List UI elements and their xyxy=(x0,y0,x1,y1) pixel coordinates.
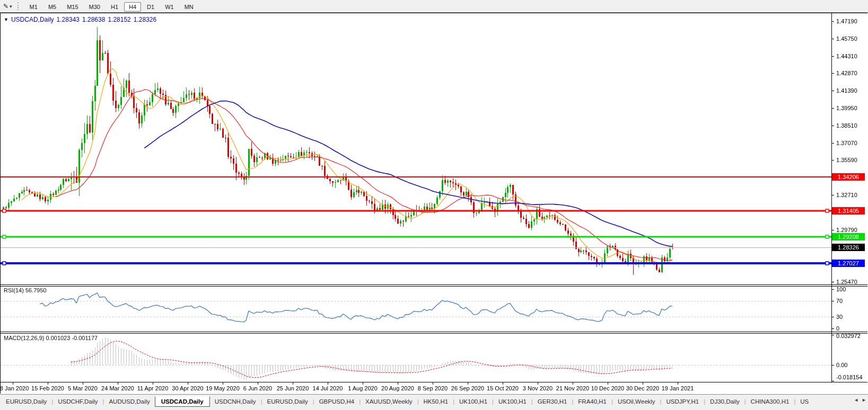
chart-ohlc-header: ▼ USDCAD,Daily 1.28343 1.28638 1.28152 1… xyxy=(4,16,156,23)
timeframe-buttons: M1M5M15M30H1H4D1W1MN xyxy=(24,2,205,11)
chart-tab-usdjpy-h1[interactable]: USDJPY,H1 xyxy=(661,397,704,406)
tabs-scroll-right-icon[interactable]: ► xyxy=(862,397,866,403)
date-label: 26 Sep 2020 xyxy=(451,385,484,391)
high-value: 1.28638 xyxy=(82,16,105,23)
date-label: 28 Jan 2020 xyxy=(0,385,29,391)
chart-tab-us[interactable]: US xyxy=(795,397,813,406)
rsi-tick-label: 30 xyxy=(836,314,843,320)
date-label: 5 Mar 2020 xyxy=(68,385,98,391)
price-tick-label: 1.41390 xyxy=(836,87,857,94)
price-tick-label: 1.47190 xyxy=(836,18,857,24)
date-label: 6 Jun 2020 xyxy=(243,385,272,391)
chart-canvas[interactable] xyxy=(0,0,868,410)
rsi-tick-label: 0 xyxy=(836,325,839,332)
close-value: 1.28326 xyxy=(134,16,156,23)
rsi-tick-label: 100 xyxy=(836,286,846,292)
date-label: 20 Aug 2020 xyxy=(381,385,414,391)
date-label: 19 Jan 2021 xyxy=(662,385,694,391)
date-label: 1 Aug 2020 xyxy=(348,385,378,391)
current-price-badge: 1.28326 xyxy=(832,244,865,251)
chart-tab-china300-h1[interactable]: CHINA300,H1 xyxy=(746,397,794,406)
symbol-label: USDCAD,Daily xyxy=(11,16,54,23)
chart-tab-fra40-h1[interactable]: FRA40,H1 xyxy=(573,397,611,406)
timeframe-button-h1[interactable]: H1 xyxy=(106,2,123,12)
chart-tab-usdcad-daily[interactable]: USDCAD,Daily xyxy=(155,396,210,407)
date-label: 24 Mar 2020 xyxy=(101,385,134,391)
macd-tick-label: 0.032972 xyxy=(836,333,861,339)
timeframe-button-m1[interactable]: M1 xyxy=(25,2,42,12)
price-tick-label: 1.38510 xyxy=(836,122,857,129)
price-tick-label: 1.32710 xyxy=(836,192,857,198)
open-value: 1.28343 xyxy=(57,16,80,23)
cursor-tool-icon[interactable]: ✎ xyxy=(3,3,8,10)
timeframe-button-w1[interactable]: W1 xyxy=(160,2,179,12)
chart-tab-audusd-daily[interactable]: AUDUSD,Daily xyxy=(104,397,154,406)
price-tick-label: 1.37070 xyxy=(836,140,857,146)
line-price-badge[interactable]: 1.31405 xyxy=(832,207,865,215)
date-label: 30 Apr 2020 xyxy=(172,385,203,391)
price-tick-label: 1.45750 xyxy=(836,35,857,42)
date-label: 15 Oct 2020 xyxy=(487,385,519,391)
date-label: 15 Feb 2020 xyxy=(31,385,64,391)
price-tick-label: 1.44310 xyxy=(836,53,857,59)
date-label: 25 Jun 2020 xyxy=(277,385,309,391)
date-label: 21 Nov 2020 xyxy=(556,385,589,391)
date-label: 8 Sep 2020 xyxy=(418,385,448,391)
price-tick-label: 1.42870 xyxy=(836,70,857,76)
chart-tabs: EURUSD,Daily|USDCHF,Daily|AUDUSD,DailyUS… xyxy=(1,395,848,408)
date-label: 11 Apr 2020 xyxy=(137,385,169,391)
line-price-badge[interactable]: 1.34206 xyxy=(832,173,865,181)
chevron-down-icon[interactable]: ▾ xyxy=(10,4,12,9)
chart-tab-bar: EURUSD,Daily|USDCHF,Daily|AUDUSD,DailyUS… xyxy=(0,394,868,410)
chart-tab-usoil-weekly[interactable]: USOil,Weekly xyxy=(613,397,660,406)
chart-tab-dj30-daily[interactable]: DJ30,Daily xyxy=(705,397,744,406)
timeframe-button-m15[interactable]: M15 xyxy=(62,2,83,12)
date-label: 10 Dec 2020 xyxy=(591,385,624,391)
chart-tab-gbpusd-h4[interactable]: GBPUSD,H4 xyxy=(314,397,359,406)
macd-tick-label: -0.018154 xyxy=(836,374,863,380)
collapse-triangle-icon[interactable]: ▼ xyxy=(4,17,8,22)
chart-tab-eurusd-daily[interactable]: EURUSD,Daily xyxy=(1,397,51,406)
chart-tab-uk100-h1[interactable]: UK100,H1 xyxy=(454,397,492,406)
chart-tab-usdchf-daily[interactable]: USDCHF,Daily xyxy=(53,397,102,406)
rsi-tick-label: 70 xyxy=(836,298,843,304)
timeframe-button-m5[interactable]: M5 xyxy=(43,2,61,12)
chart-tab-xauusd-weekly[interactable]: XAUUSD,Weekly xyxy=(361,397,417,406)
price-tick-label: 1.25470 xyxy=(836,279,857,285)
chart-tab-eurusd-daily[interactable]: EURUSD,Daily xyxy=(262,397,312,406)
chart-tab-uk100-h1[interactable]: UK100,H1 xyxy=(494,397,531,406)
tabs-scroll-left-icon[interactable]: ◄ xyxy=(854,397,858,403)
low-value: 1.28152 xyxy=(108,16,130,23)
timeframe-button-h4[interactable]: H4 xyxy=(124,2,141,12)
macd-indicator-label: MACD(12,26,9) 0.001023 -0.001177 xyxy=(4,335,98,341)
line-price-badge[interactable]: 1.27027 xyxy=(832,260,865,267)
toolbar-grip[interactable] xyxy=(17,2,20,10)
chart-tab-hk50-h1[interactable]: HK50,H1 xyxy=(418,397,453,406)
date-label: 14 Jul 2020 xyxy=(313,385,343,391)
date-label: 19 May 2020 xyxy=(206,385,240,391)
timeframe-button-d1[interactable]: D1 xyxy=(142,2,159,12)
date-label: 3 Nov 2020 xyxy=(523,385,553,391)
line-price-badge[interactable]: 1.29208 xyxy=(832,233,865,240)
price-tick-label: 1.35590 xyxy=(836,157,857,163)
chart-tab-ger30-h1[interactable]: GER30,H1 xyxy=(533,397,572,406)
timeframe-button-mn[interactable]: MN xyxy=(180,2,198,12)
timeframe-button-m30[interactable]: M30 xyxy=(84,2,105,12)
macd-tick-label: 0.00 xyxy=(836,362,847,368)
date-label: 30 Dec 2020 xyxy=(626,385,659,391)
price-tick-label: 1.29790 xyxy=(836,227,857,233)
timeframe-toolbar: ✎ ▾ M1M5M15M30H1H4D1W1MN xyxy=(0,0,868,13)
rsi-indicator-label: RSI(14) 56.7950 xyxy=(4,287,47,293)
price-tick-label: 1.39950 xyxy=(836,105,857,111)
mt4-window: ✎ ▾ M1M5M15M30H1H4D1W1MN ▼ USDCAD,Daily … xyxy=(0,0,868,410)
chart-tab-usdcnh-daily[interactable]: USDCNH,Daily xyxy=(210,397,261,406)
